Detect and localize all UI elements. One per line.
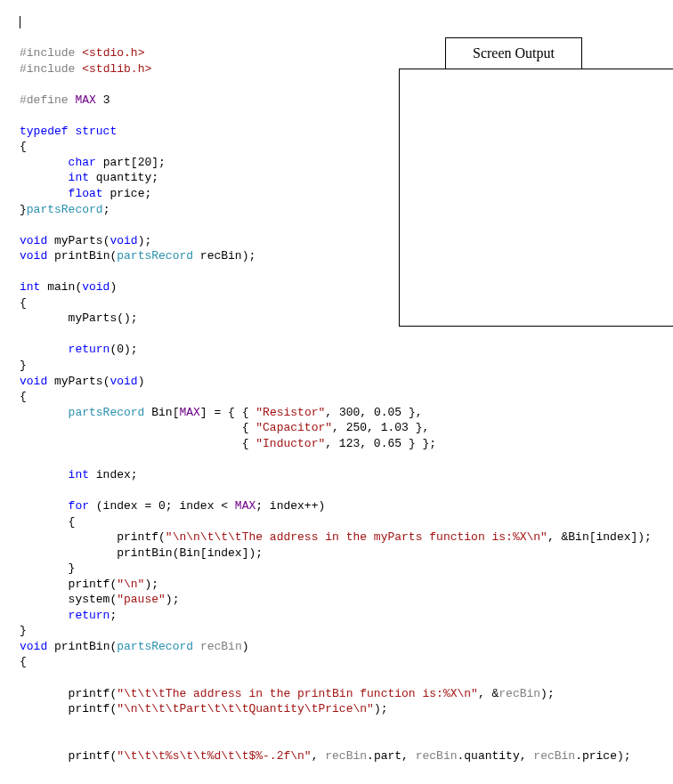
indent — [20, 468, 69, 481]
preproc: #define — [20, 93, 69, 107]
ident: myParts( — [47, 234, 109, 247]
punct: .price); — [575, 749, 630, 763]
include-path: <stdlib.h> — [75, 62, 151, 76]
ident: printBin( — [47, 640, 117, 653]
page: Screen Output #include <stdio.h> #includ… — [20, 14, 653, 784]
brace: { — [20, 515, 75, 529]
stmt: myParts(); — [20, 311, 138, 325]
punct: , 300, 0.05 }, — [325, 406, 422, 419]
punct: ) — [242, 640, 249, 653]
keyword: typedef struct — [20, 125, 117, 138]
string: "Resistor" — [255, 406, 325, 419]
indent — [20, 171, 69, 184]
punct: , & — [478, 687, 499, 700]
indent: { — [20, 421, 255, 434]
punct: ) — [138, 375, 145, 388]
macro: MAX — [179, 406, 199, 419]
semi: ; — [103, 203, 110, 216]
punct: ); — [138, 234, 152, 247]
stmt: printf( — [20, 687, 117, 700]
keyword: void — [20, 640, 47, 653]
brace: { — [20, 296, 27, 310]
string: "\n\t\t\tPart\t\t\tQuantity\tPrice\n" — [117, 702, 374, 715]
decl: price; — [103, 187, 152, 200]
param: recBin — [200, 640, 242, 653]
punct: ); — [374, 702, 388, 715]
keyword: void — [109, 375, 137, 388]
ident: main( — [40, 280, 82, 294]
macro: MAX — [69, 93, 96, 107]
indent — [20, 156, 69, 169]
punct: .quantity, — [458, 749, 534, 763]
keyword: char — [69, 156, 96, 169]
ident: Bin[ — [144, 406, 179, 419]
punct: ; — [109, 609, 117, 622]
space — [193, 640, 200, 653]
stmt: printf( — [20, 749, 117, 763]
punct: ); — [166, 593, 180, 606]
string: "\n" — [117, 578, 144, 591]
punct: (0); — [109, 343, 137, 356]
keyword: void — [20, 234, 47, 247]
keyword: int — [69, 171, 89, 184]
type: partsRecord — [69, 406, 145, 419]
preproc: #include — [20, 46, 75, 60]
string: "\t\t\tThe address in the printBin funct… — [117, 687, 478, 700]
string: "Capacitor" — [255, 421, 332, 434]
type: partsRecord — [117, 640, 193, 653]
preproc: #include — [20, 62, 75, 76]
type: partsRecord — [117, 249, 193, 263]
punct: , — [312, 749, 326, 763]
keyword: return — [69, 609, 110, 622]
indent — [20, 499, 69, 513]
param: recBin — [416, 749, 458, 763]
screen-output-label: Screen Output — [445, 37, 582, 69]
stmt: printBin(Bin[index]); — [20, 546, 263, 560]
stmt: printf( — [20, 702, 117, 715]
brace: } — [20, 562, 75, 575]
string: "\n\n\t\t\tThe address in the myParts fu… — [166, 530, 547, 544]
literal: 3 — [96, 93, 110, 107]
expr: (index = 0; index < — [89, 499, 235, 513]
keyword: void — [20, 375, 47, 388]
stmt: printf( — [20, 530, 166, 544]
brace: { — [20, 390, 27, 403]
punct: , &Bin[index]); — [547, 530, 652, 544]
indent — [20, 406, 69, 419]
brace: { — [20, 655, 27, 668]
indent: { — [20, 437, 255, 450]
keyword: void — [109, 234, 137, 247]
decl: recBin); — [193, 249, 255, 263]
text-cursor — [20, 16, 20, 28]
punct: ) — [109, 280, 117, 294]
brace: } — [20, 203, 27, 216]
screen-output-panel: Screen Output — [399, 37, 673, 327]
keyword: void — [82, 280, 109, 294]
brace: } — [20, 624, 27, 637]
punct: , 250, 1.03 }, — [332, 421, 429, 434]
keyword: int — [69, 468, 89, 481]
keyword: return — [69, 343, 110, 356]
string: "\t\t\t%s\t\t%d\t\t$%-.2f\n" — [117, 749, 311, 763]
include-path: <stdio.h> — [75, 46, 144, 60]
expr: ; index++) — [255, 499, 325, 513]
screen-output-box — [399, 69, 673, 327]
stmt: printf( — [20, 578, 117, 591]
ident: myParts( — [47, 375, 109, 388]
type: partsRecord — [27, 203, 103, 216]
decl: index; — [89, 468, 138, 481]
string: "pause" — [117, 593, 166, 606]
brace: { — [20, 140, 27, 153]
decl: quantity; — [89, 171, 158, 184]
brace: } — [20, 359, 27, 372]
decl: part[20]; — [96, 156, 166, 169]
macro: MAX — [235, 499, 255, 513]
punct: ] = { { — [200, 406, 255, 419]
keyword: int — [20, 280, 40, 294]
ident: printBin( — [47, 249, 117, 263]
string: "Inductor" — [255, 437, 325, 450]
param: recBin — [499, 687, 540, 700]
param: recBin — [325, 749, 367, 763]
punct: ); — [540, 687, 555, 700]
stmt: system( — [20, 593, 117, 606]
